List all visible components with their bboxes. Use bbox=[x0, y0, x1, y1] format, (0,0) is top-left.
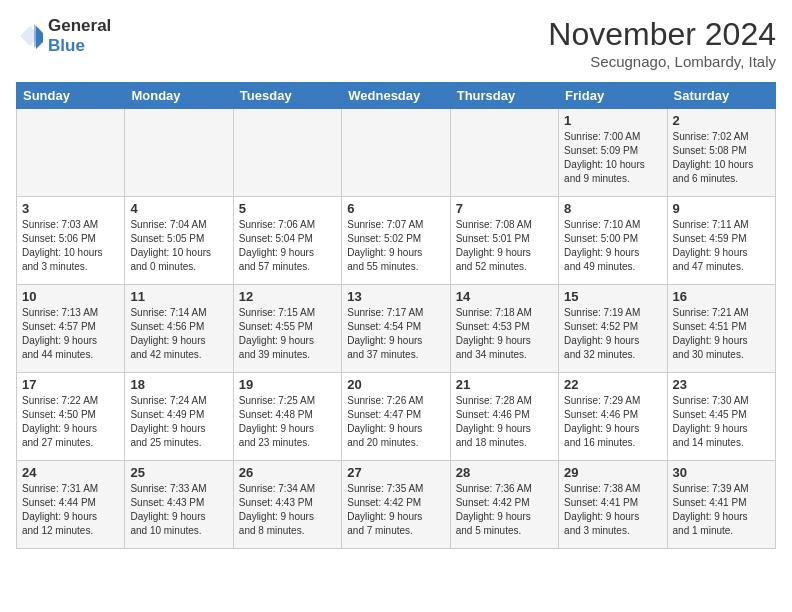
day-number: 12 bbox=[239, 289, 336, 304]
day-number: 23 bbox=[673, 377, 770, 392]
calendar-cell: 13Sunrise: 7:17 AM Sunset: 4:54 PM Dayli… bbox=[342, 285, 450, 373]
calendar-week-row: 24Sunrise: 7:31 AM Sunset: 4:44 PM Dayli… bbox=[17, 461, 776, 549]
calendar-cell: 29Sunrise: 7:38 AM Sunset: 4:41 PM Dayli… bbox=[559, 461, 667, 549]
day-number: 1 bbox=[564, 113, 661, 128]
day-number: 16 bbox=[673, 289, 770, 304]
calendar-cell bbox=[450, 109, 558, 197]
calendar-cell: 15Sunrise: 7:19 AM Sunset: 4:52 PM Dayli… bbox=[559, 285, 667, 373]
calendar-cell bbox=[233, 109, 341, 197]
day-number: 6 bbox=[347, 201, 444, 216]
calendar-cell: 8Sunrise: 7:10 AM Sunset: 5:00 PM Daylig… bbox=[559, 197, 667, 285]
day-number: 22 bbox=[564, 377, 661, 392]
day-number: 29 bbox=[564, 465, 661, 480]
logo-icon bbox=[16, 22, 44, 50]
cell-info: Sunrise: 7:33 AM Sunset: 4:43 PM Dayligh… bbox=[130, 482, 227, 538]
day-number: 15 bbox=[564, 289, 661, 304]
weekday-header: Sunday bbox=[17, 83, 125, 109]
calendar-cell: 18Sunrise: 7:24 AM Sunset: 4:49 PM Dayli… bbox=[125, 373, 233, 461]
cell-info: Sunrise: 7:38 AM Sunset: 4:41 PM Dayligh… bbox=[564, 482, 661, 538]
calendar-cell: 26Sunrise: 7:34 AM Sunset: 4:43 PM Dayli… bbox=[233, 461, 341, 549]
cell-info: Sunrise: 7:22 AM Sunset: 4:50 PM Dayligh… bbox=[22, 394, 119, 450]
cell-info: Sunrise: 7:11 AM Sunset: 4:59 PM Dayligh… bbox=[673, 218, 770, 274]
cell-info: Sunrise: 7:25 AM Sunset: 4:48 PM Dayligh… bbox=[239, 394, 336, 450]
calendar-cell: 2Sunrise: 7:02 AM Sunset: 5:08 PM Daylig… bbox=[667, 109, 775, 197]
day-number: 4 bbox=[130, 201, 227, 216]
calendar-cell: 23Sunrise: 7:30 AM Sunset: 4:45 PM Dayli… bbox=[667, 373, 775, 461]
day-number: 26 bbox=[239, 465, 336, 480]
page-header: General Blue November 2024 Secugnago, Lo… bbox=[16, 16, 776, 70]
cell-info: Sunrise: 7:30 AM Sunset: 4:45 PM Dayligh… bbox=[673, 394, 770, 450]
day-number: 2 bbox=[673, 113, 770, 128]
day-number: 18 bbox=[130, 377, 227, 392]
calendar-cell: 17Sunrise: 7:22 AM Sunset: 4:50 PM Dayli… bbox=[17, 373, 125, 461]
calendar-cell: 21Sunrise: 7:28 AM Sunset: 4:46 PM Dayli… bbox=[450, 373, 558, 461]
day-number: 30 bbox=[673, 465, 770, 480]
day-number: 20 bbox=[347, 377, 444, 392]
calendar-cell: 5Sunrise: 7:06 AM Sunset: 5:04 PM Daylig… bbox=[233, 197, 341, 285]
cell-info: Sunrise: 7:03 AM Sunset: 5:06 PM Dayligh… bbox=[22, 218, 119, 274]
cell-info: Sunrise: 7:15 AM Sunset: 4:55 PM Dayligh… bbox=[239, 306, 336, 362]
cell-info: Sunrise: 7:17 AM Sunset: 4:54 PM Dayligh… bbox=[347, 306, 444, 362]
calendar-cell: 4Sunrise: 7:04 AM Sunset: 5:05 PM Daylig… bbox=[125, 197, 233, 285]
day-number: 3 bbox=[22, 201, 119, 216]
cell-info: Sunrise: 7:29 AM Sunset: 4:46 PM Dayligh… bbox=[564, 394, 661, 450]
calendar-cell: 24Sunrise: 7:31 AM Sunset: 4:44 PM Dayli… bbox=[17, 461, 125, 549]
cell-info: Sunrise: 7:24 AM Sunset: 4:49 PM Dayligh… bbox=[130, 394, 227, 450]
calendar-cell: 28Sunrise: 7:36 AM Sunset: 4:42 PM Dayli… bbox=[450, 461, 558, 549]
calendar-cell bbox=[125, 109, 233, 197]
weekday-header: Monday bbox=[125, 83, 233, 109]
cell-info: Sunrise: 7:26 AM Sunset: 4:47 PM Dayligh… bbox=[347, 394, 444, 450]
calendar-cell: 30Sunrise: 7:39 AM Sunset: 4:41 PM Dayli… bbox=[667, 461, 775, 549]
calendar-table: SundayMondayTuesdayWednesdayThursdayFrid… bbox=[16, 82, 776, 549]
cell-info: Sunrise: 7:34 AM Sunset: 4:43 PM Dayligh… bbox=[239, 482, 336, 538]
weekday-header: Wednesday bbox=[342, 83, 450, 109]
weekday-header: Saturday bbox=[667, 83, 775, 109]
cell-info: Sunrise: 7:07 AM Sunset: 5:02 PM Dayligh… bbox=[347, 218, 444, 274]
cell-info: Sunrise: 7:10 AM Sunset: 5:00 PM Dayligh… bbox=[564, 218, 661, 274]
calendar-cell: 7Sunrise: 7:08 AM Sunset: 5:01 PM Daylig… bbox=[450, 197, 558, 285]
calendar-header-row: SundayMondayTuesdayWednesdayThursdayFrid… bbox=[17, 83, 776, 109]
calendar-cell: 19Sunrise: 7:25 AM Sunset: 4:48 PM Dayli… bbox=[233, 373, 341, 461]
weekday-header: Tuesday bbox=[233, 83, 341, 109]
title-block: November 2024 Secugnago, Lombardy, Italy bbox=[548, 16, 776, 70]
cell-info: Sunrise: 7:35 AM Sunset: 4:42 PM Dayligh… bbox=[347, 482, 444, 538]
cell-info: Sunrise: 7:31 AM Sunset: 4:44 PM Dayligh… bbox=[22, 482, 119, 538]
day-number: 28 bbox=[456, 465, 553, 480]
calendar-cell bbox=[17, 109, 125, 197]
calendar-cell: 25Sunrise: 7:33 AM Sunset: 4:43 PM Dayli… bbox=[125, 461, 233, 549]
day-number: 25 bbox=[130, 465, 227, 480]
day-number: 11 bbox=[130, 289, 227, 304]
calendar-week-row: 1Sunrise: 7:00 AM Sunset: 5:09 PM Daylig… bbox=[17, 109, 776, 197]
calendar-cell: 3Sunrise: 7:03 AM Sunset: 5:06 PM Daylig… bbox=[17, 197, 125, 285]
location: Secugnago, Lombardy, Italy bbox=[548, 53, 776, 70]
calendar-cell: 9Sunrise: 7:11 AM Sunset: 4:59 PM Daylig… bbox=[667, 197, 775, 285]
calendar-cell: 12Sunrise: 7:15 AM Sunset: 4:55 PM Dayli… bbox=[233, 285, 341, 373]
day-number: 24 bbox=[22, 465, 119, 480]
calendar-cell: 1Sunrise: 7:00 AM Sunset: 5:09 PM Daylig… bbox=[559, 109, 667, 197]
calendar-cell: 20Sunrise: 7:26 AM Sunset: 4:47 PM Dayli… bbox=[342, 373, 450, 461]
day-number: 14 bbox=[456, 289, 553, 304]
cell-info: Sunrise: 7:04 AM Sunset: 5:05 PM Dayligh… bbox=[130, 218, 227, 274]
weekday-header: Friday bbox=[559, 83, 667, 109]
day-number: 5 bbox=[239, 201, 336, 216]
calendar-cell: 22Sunrise: 7:29 AM Sunset: 4:46 PM Dayli… bbox=[559, 373, 667, 461]
day-number: 13 bbox=[347, 289, 444, 304]
cell-info: Sunrise: 7:13 AM Sunset: 4:57 PM Dayligh… bbox=[22, 306, 119, 362]
calendar-cell: 14Sunrise: 7:18 AM Sunset: 4:53 PM Dayli… bbox=[450, 285, 558, 373]
calendar-cell: 16Sunrise: 7:21 AM Sunset: 4:51 PM Dayli… bbox=[667, 285, 775, 373]
cell-info: Sunrise: 7:28 AM Sunset: 4:46 PM Dayligh… bbox=[456, 394, 553, 450]
day-number: 19 bbox=[239, 377, 336, 392]
logo: General Blue bbox=[16, 16, 111, 55]
calendar-cell: 11Sunrise: 7:14 AM Sunset: 4:56 PM Dayli… bbox=[125, 285, 233, 373]
cell-info: Sunrise: 7:08 AM Sunset: 5:01 PM Dayligh… bbox=[456, 218, 553, 274]
calendar-cell: 6Sunrise: 7:07 AM Sunset: 5:02 PM Daylig… bbox=[342, 197, 450, 285]
calendar-week-row: 10Sunrise: 7:13 AM Sunset: 4:57 PM Dayli… bbox=[17, 285, 776, 373]
cell-info: Sunrise: 7:36 AM Sunset: 4:42 PM Dayligh… bbox=[456, 482, 553, 538]
day-number: 21 bbox=[456, 377, 553, 392]
cell-info: Sunrise: 7:21 AM Sunset: 4:51 PM Dayligh… bbox=[673, 306, 770, 362]
cell-info: Sunrise: 7:02 AM Sunset: 5:08 PM Dayligh… bbox=[673, 130, 770, 186]
day-number: 8 bbox=[564, 201, 661, 216]
calendar-week-row: 17Sunrise: 7:22 AM Sunset: 4:50 PM Dayli… bbox=[17, 373, 776, 461]
cell-info: Sunrise: 7:18 AM Sunset: 4:53 PM Dayligh… bbox=[456, 306, 553, 362]
cell-info: Sunrise: 7:39 AM Sunset: 4:41 PM Dayligh… bbox=[673, 482, 770, 538]
